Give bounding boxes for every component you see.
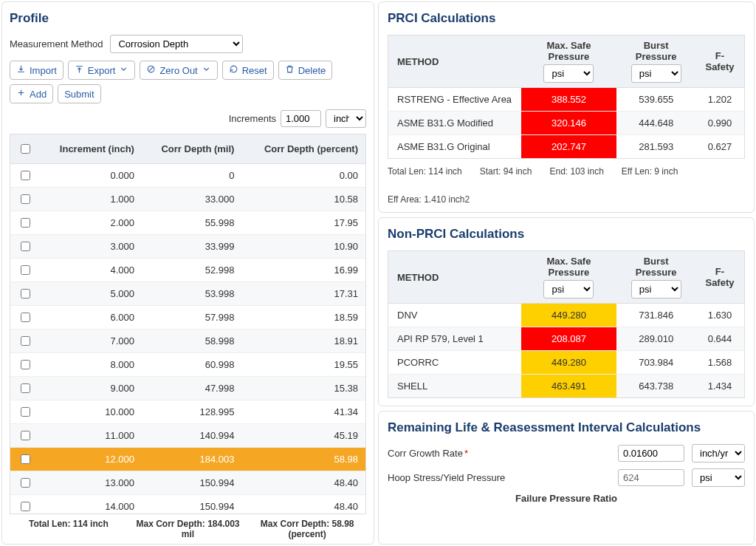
- plus-icon: [16, 88, 26, 100]
- table-row: ASME B31.G Modified320.146444.6480.990: [388, 112, 745, 135]
- upload-icon: [75, 64, 84, 76]
- table-row[interactable]: 5.00053.99817.31: [10, 282, 365, 306]
- trash-icon: [285, 64, 295, 76]
- export-button[interactable]: Export: [68, 61, 136, 80]
- col-fsafety: F-Safety: [695, 251, 745, 304]
- cell-increment: 3.000: [40, 235, 142, 259]
- row-checkbox[interactable]: [21, 218, 30, 228]
- table-row[interactable]: 0.00000.00: [10, 164, 365, 188]
- reset-button[interactable]: Reset: [222, 61, 274, 80]
- table-row[interactable]: 13.000150.99448.40: [10, 471, 365, 495]
- download-icon: [16, 64, 26, 76]
- increments-label: Increments: [229, 113, 276, 124]
- row-checkbox[interactable]: [21, 407, 30, 417]
- cell-increment: 6.000: [40, 306, 142, 330]
- cell-increment: 5.000: [40, 282, 142, 306]
- table-row[interactable]: 8.00060.99819.55: [10, 353, 365, 377]
- cell-increment: 10.000: [40, 400, 142, 424]
- table-row[interactable]: 10.000128.99541.34: [10, 400, 365, 424]
- cell-corr-mil: 33.999: [142, 235, 241, 259]
- row-checkbox[interactable]: [21, 431, 30, 440]
- col-corr-depth-pct: Corr Depth (percent): [241, 134, 365, 164]
- prci-table: METHOD Max. Safe Pressure psi Burst Pres…: [388, 35, 745, 159]
- prci-title: PRCI Calculations: [388, 11, 745, 26]
- chevron-down-icon: [119, 64, 128, 76]
- cell-corr-mil: 33.000: [142, 188, 241, 211]
- table-row: SHELL463.491643.7381.434: [388, 375, 745, 398]
- cell-corr-mil: 184.003: [142, 448, 241, 471]
- measurement-method-label: Measurement Method: [10, 38, 103, 50]
- table-row[interactable]: 12.000184.00358.98: [10, 448, 365, 471]
- profile-grid[interactable]: Increment (inch) Corr Depth (mil) Corr D…: [10, 134, 366, 514]
- row-checkbox[interactable]: [21, 289, 30, 298]
- add-button[interactable]: Add: [10, 84, 53, 103]
- row-checkbox[interactable]: [21, 360, 30, 369]
- corr-rate-label: Corr Growth Rate*: [388, 448, 611, 459]
- table-row[interactable]: 6.00057.99818.59: [10, 306, 365, 330]
- prci-safe-unit-select[interactable]: psi: [543, 64, 594, 83]
- table-row: DNV449.280731.8461.630: [388, 304, 745, 327]
- delete-button[interactable]: Delete: [278, 61, 333, 80]
- row-checkbox[interactable]: [21, 502, 30, 511]
- cell-safe-pressure: 388.552: [521, 88, 617, 112]
- profile-panel: Profile Measurement Method Corrosion Dep…: [1, 1, 374, 545]
- cell-increment: 7.000: [40, 330, 142, 353]
- row-checkbox[interactable]: [21, 336, 30, 346]
- cell-increment: 14.000: [40, 495, 142, 515]
- measurement-method-select[interactable]: Corrosion Depth: [110, 35, 243, 53]
- cell-increment: 0.000: [40, 164, 142, 188]
- col-corr-depth-mil: Corr Depth (mil): [142, 134, 241, 164]
- chevron-down-icon: [202, 64, 211, 76]
- select-all-checkbox[interactable]: [21, 144, 30, 154]
- col-max-safe: Max. Safe Pressure psi: [521, 35, 617, 88]
- prci-burst-unit-select[interactable]: psi: [631, 64, 681, 83]
- row-checkbox[interactable]: [21, 454, 30, 464]
- submit-button[interactable]: Submit: [58, 84, 100, 103]
- cell-method: ASME B31.G Modified: [388, 112, 521, 135]
- cell-fsafety: 0.627: [695, 135, 745, 159]
- table-row: API RP 579, Level 1208.087289.0100.644: [388, 327, 745, 351]
- row-checkbox[interactable]: [21, 194, 30, 204]
- row-checkbox[interactable]: [21, 383, 30, 393]
- cell-corr-mil: 0: [142, 164, 241, 188]
- cell-increment: 12.000: [40, 448, 142, 471]
- row-checkbox[interactable]: [21, 242, 30, 251]
- col-method: METHOD: [388, 35, 521, 88]
- table-row[interactable]: 2.00055.99817.95: [10, 211, 365, 235]
- increments-unit-select[interactable]: inch: [326, 109, 366, 128]
- row-checkbox[interactable]: [21, 478, 30, 488]
- row-checkbox[interactable]: [21, 313, 30, 322]
- table-row[interactable]: 14.000150.99448.40: [10, 495, 365, 515]
- cell-fsafety: 1.434: [695, 375, 745, 398]
- increments-input[interactable]: [281, 110, 321, 127]
- col-burst: Burst Pressure psi: [616, 35, 695, 88]
- cell-method: ASME B31.G Original: [388, 135, 521, 159]
- table-row[interactable]: 1.00033.00010.58: [10, 188, 365, 211]
- table-row[interactable]: 3.00033.99910.90: [10, 235, 365, 259]
- row-checkbox[interactable]: [21, 171, 30, 180]
- cell-corr-mil: 150.994: [142, 471, 241, 495]
- table-row: ASME B31.G Original202.747281.5930.627: [388, 135, 745, 159]
- table-row[interactable]: 11.000140.99445.19: [10, 424, 365, 448]
- hoop-unit-select[interactable]: psi: [692, 468, 745, 487]
- cell-corr-mil: 128.995: [142, 400, 241, 424]
- nonprci-safe-unit-select[interactable]: psi: [543, 280, 594, 298]
- table-row[interactable]: 7.00058.99818.91: [10, 330, 365, 353]
- cell-corr-mil: 47.998: [142, 377, 241, 400]
- cell-burst-pressure: 539.655: [616, 88, 695, 112]
- import-button[interactable]: Import: [10, 61, 63, 80]
- nonprci-burst-unit-select[interactable]: psi: [631, 280, 681, 298]
- corr-rate-unit-select[interactable]: inch/yr: [692, 444, 745, 463]
- corr-rate-input[interactable]: [618, 445, 684, 462]
- nonprci-panel: Non-PRCI Calculations METHOD Max. Safe P…: [378, 217, 755, 406]
- cell-method: PCORRC: [388, 351, 521, 375]
- cell-safe-pressure: 449.280: [521, 304, 617, 327]
- cell-corr-pct: 18.91: [241, 330, 365, 353]
- cell-increment: 13.000: [40, 471, 142, 495]
- table-row[interactable]: 9.00047.99815.38: [10, 377, 365, 400]
- row-checkbox[interactable]: [21, 265, 30, 275]
- cell-burst-pressure: 281.593: [616, 135, 695, 159]
- zero-out-button[interactable]: Zero Out: [140, 61, 217, 80]
- table-row[interactable]: 4.00052.99816.99: [10, 259, 365, 282]
- cell-method: API RP 579, Level 1: [388, 327, 521, 351]
